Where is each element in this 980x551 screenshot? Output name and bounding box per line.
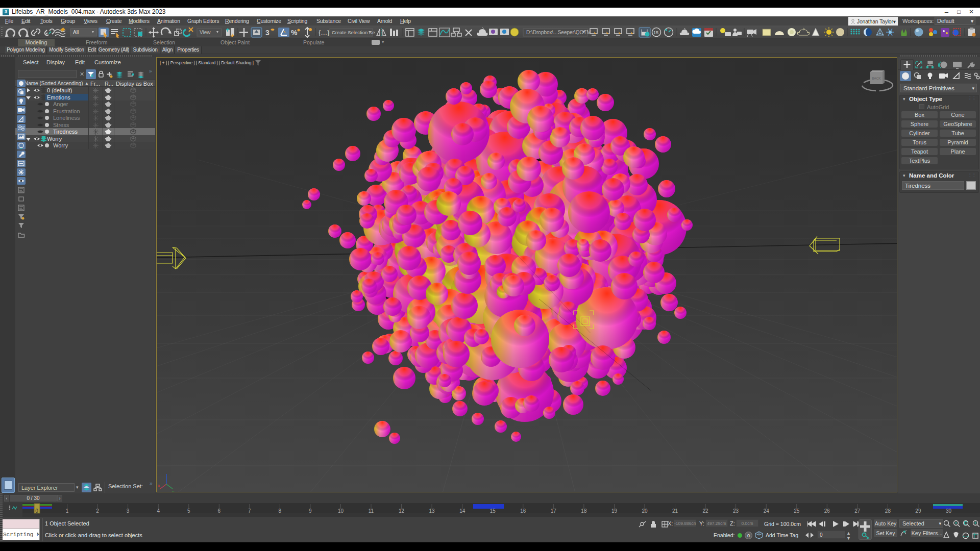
svg-text:8: 8 [279,508,282,514]
svg-text:All: All [73,30,79,35]
svg-text:23: 23 [733,508,739,514]
svg-text:[ + ] [ Perspective ] [ Standa: [ + ] [ Perspective ] [ Standard ] [ Def… [160,60,254,65]
svg-text:{…}: {…} [318,29,330,36]
svg-text:9: 9 [309,508,312,514]
svg-text:29: 29 [915,508,921,514]
svg-text:25: 25 [794,508,800,514]
svg-text:5: 5 [187,508,190,514]
svg-text:0: 0 [35,508,38,514]
svg-text:26: 26 [824,508,830,514]
svg-text:%: % [291,29,298,37]
svg-text:14: 14 [459,508,465,514]
svg-text:11: 11 [369,508,374,514]
svg-text:17: 17 [551,508,557,514]
svg-text:x: x [158,483,160,488]
svg-text:y: y [172,489,175,492]
svg-text:3: 3 [127,508,130,514]
svg-text:21: 21 [672,508,678,514]
svg-text:16: 16 [520,508,526,514]
svg-text:BACK: BACK [872,77,881,80]
svg-text:1: 1 [66,508,69,514]
svg-text:12: 12 [399,508,405,514]
svg-text:20: 20 [642,508,648,514]
svg-text:2: 2 [96,508,99,514]
svg-text:6: 6 [218,508,221,514]
svg-text:4: 4 [157,508,160,514]
svg-text:3: 3 [265,29,270,37]
svg-text:D:\Dropbox\...Seeper\QOTM: D:\Dropbox\...Seeper\QOTM [526,30,591,35]
svg-text:18: 18 [581,508,587,514]
svg-text:7: 7 [248,508,251,514]
svg-text:13: 13 [429,508,435,514]
svg-text:View: View [200,30,211,35]
svg-text:15: 15 [653,30,658,35]
svg-text:28: 28 [885,508,891,514]
svg-text:Create Selection Se: Create Selection Se [332,30,375,35]
svg-text:30: 30 [946,508,952,514]
svg-text:15: 15 [490,508,496,514]
svg-text:19: 19 [611,508,618,514]
svg-text:10: 10 [338,508,344,514]
svg-text:24: 24 [764,508,770,514]
svg-text:27: 27 [854,508,861,514]
svg-text:22: 22 [703,508,709,514]
